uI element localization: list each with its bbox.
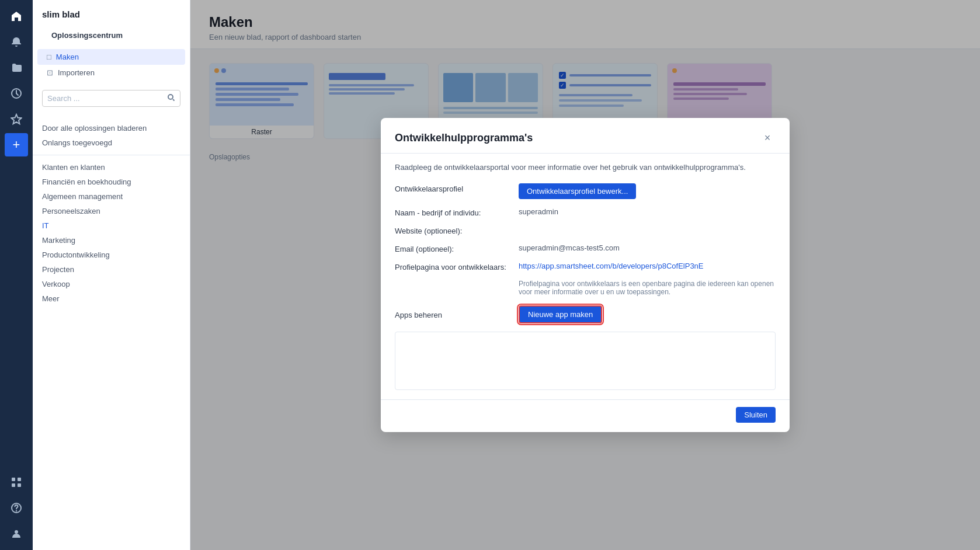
search-icon bbox=[167, 93, 175, 103]
modal-row-profiel: Ontwikkelaarsprofiel Ontwikkelaarsprofie… bbox=[395, 183, 776, 199]
search-input[interactable] bbox=[47, 94, 164, 103]
sidebar: slim blad Oplossingscentrum □ Maken ⊡ Im… bbox=[33, 0, 190, 550]
star-icon[interactable] bbox=[5, 107, 28, 131]
modal-row-apps: Apps beheren Nieuwe app maken bbox=[395, 305, 776, 323]
naam-label: Naam - bedrijf of individu: bbox=[395, 207, 512, 217]
modal-row-naam: Naam - bedrijf of individu: superadmin bbox=[395, 207, 776, 217]
folder-icon[interactable] bbox=[5, 56, 28, 79]
sidebar-item-importeren[interactable]: ⊡ Importeren bbox=[37, 65, 185, 81]
add-icon[interactable]: + bbox=[5, 133, 28, 156]
user-icon[interactable] bbox=[5, 522, 28, 545]
svg-marker-1 bbox=[12, 114, 22, 124]
clock-icon[interactable] bbox=[5, 82, 28, 105]
sidebar-link-it[interactable]: IT bbox=[33, 218, 190, 233]
sidebar-link-verkoop[interactable]: Verkoop bbox=[33, 277, 190, 291]
email-label: Email (optioneel): bbox=[395, 243, 512, 253]
svg-rect-4 bbox=[12, 483, 15, 487]
svg-point-7 bbox=[16, 511, 17, 511]
modal-body: Raadpleeg de ontwikkelaarsportal voor me… bbox=[381, 154, 790, 399]
developer-tools-modal: Ontwikkelhulpprogramma's × Raadpleeg de … bbox=[381, 118, 790, 432]
modal-footer: Sluiten bbox=[381, 399, 790, 432]
sidebar-item-maken[interactable]: □ Maken bbox=[37, 49, 185, 65]
help-icon[interactable] bbox=[5, 496, 28, 520]
bell-icon[interactable] bbox=[5, 30, 28, 54]
modal-description: Raadpleeg de ontwikkelaarsportal voor me… bbox=[395, 163, 776, 172]
sidebar-link-marketing[interactable]: Marketing bbox=[33, 233, 190, 248]
modal-row-profielpagina: Profielpagina voor ontwikkelaars: https:… bbox=[395, 262, 776, 271]
nav-bar: + bbox=[0, 0, 33, 550]
apps-list-area bbox=[395, 332, 776, 390]
modal-overlay: Ontwikkelhulpprogramma's × Raadpleeg de … bbox=[190, 0, 980, 550]
search-box bbox=[42, 90, 180, 107]
edit-profile-button[interactable]: Ontwikkelaarsprofiel bewerk... bbox=[519, 183, 636, 199]
close-button[interactable]: × bbox=[759, 130, 776, 146]
modal-row-email: Email (optioneel): superadmin@mcas-test5… bbox=[395, 243, 776, 253]
svg-point-8 bbox=[15, 530, 18, 534]
modal-header: Ontwikkelhulpprogramma's × bbox=[381, 118, 790, 154]
modal-title: Ontwikkelhulpprogramma's bbox=[395, 132, 533, 144]
email-value: superadmin@mcas-test5.com bbox=[519, 243, 620, 252]
svg-rect-2 bbox=[12, 478, 15, 481]
apps-label: Apps beheren bbox=[395, 309, 512, 319]
svg-point-9 bbox=[168, 95, 173, 99]
sidebar-section-title: Oplossingscentrum bbox=[42, 31, 180, 47]
svg-rect-5 bbox=[18, 483, 21, 487]
sidebar-link-recent[interactable]: Onlangs toegevoegd bbox=[33, 135, 190, 150]
sluiten-button[interactable]: Sluiten bbox=[736, 407, 776, 423]
sidebar-link-management[interactable]: Algemeen management bbox=[33, 189, 190, 204]
home-icon[interactable] bbox=[5, 5, 28, 28]
sidebar-link-klanten[interactable]: Klanten en klanten bbox=[33, 160, 190, 175]
svg-rect-3 bbox=[18, 478, 21, 481]
sidebar-link-financien[interactable]: Financiën en boekhouding bbox=[33, 175, 190, 189]
sidebar-link-projecten[interactable]: Projecten bbox=[33, 262, 190, 277]
sidebar-link-personeel[interactable]: Personeelszaken bbox=[33, 204, 190, 218]
profielpagina-label: Profielpagina voor ontwikkelaars: bbox=[395, 262, 512, 271]
maken-icon: □ bbox=[47, 53, 51, 61]
app-title: slim blad bbox=[42, 9, 80, 19]
grid-icon[interactable] bbox=[5, 471, 28, 494]
sidebar-link-meer[interactable]: Meer bbox=[33, 291, 190, 306]
new-app-button[interactable]: Nieuwe app maken bbox=[519, 305, 602, 323]
sidebar-link-productontwikkeling[interactable]: Productontwikkeling bbox=[33, 248, 190, 262]
profielpagina-link[interactable]: https://app.smartsheet.com/b/developers/… bbox=[519, 262, 704, 270]
naam-value: superadmin bbox=[519, 207, 558, 216]
profiel-label: Ontwikkelaarsprofiel bbox=[395, 183, 512, 193]
importeren-icon: ⊡ bbox=[47, 68, 53, 77]
modal-row-website: Website (optioneel): bbox=[395, 225, 776, 235]
modal-note: Profielpagina voor ontwikkelaars is een … bbox=[519, 280, 776, 296]
website-label: Website (optioneel): bbox=[395, 225, 512, 235]
sidebar-link-all[interactable]: Door alle oplossingen bladeren bbox=[33, 121, 190, 135]
main-content: Maken Een nieuw blad, rapport of dashboa… bbox=[190, 0, 980, 550]
